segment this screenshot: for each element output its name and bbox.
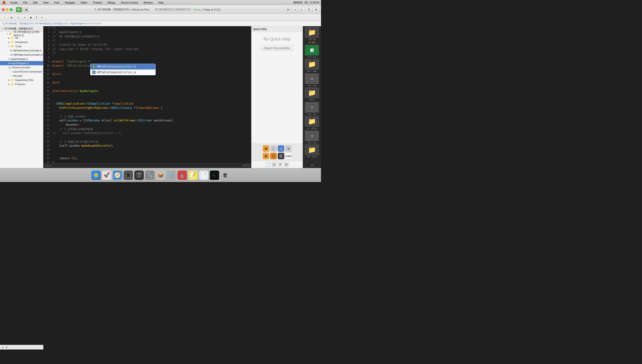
breadcrumb-group[interactable]: 05-3种加载自定义控制器的方式 [35,22,68,25]
menu-debug[interactable]: Debug [107,1,116,4]
devtools-thumb: 📁 [305,27,319,38]
dock-launchpad[interactable]: 🚀 [102,170,111,180]
thumb-item-xlsx[interactable]: 📊 ios1....xlsx [304,45,320,58]
sidebar-item-hmtvc-m[interactable]: m HMTableViewController.m [0,53,43,57]
menu-source-control[interactable]: Source Control [120,1,139,4]
search-documentation-button[interactable]: Search Documentation [261,46,293,50]
dock-textedit[interactable]: 📄 [199,170,208,180]
editor-content[interactable]: 1 // 2 // AppDelegate.m 3 // 05-3种加载自定义控… [43,26,251,163]
layout-btn-3[interactable]: ▷ [299,7,305,12]
list-btn[interactable]: ≡ [40,15,44,20]
apple-menu[interactable]: 🍎 [2,1,6,4]
inspector-icon-label[interactable]: Label [285,153,292,159]
dock-mouse[interactable]: 🖱 [124,170,133,180]
build-status: Ready [193,8,201,11]
menu-product[interactable]: Product [92,1,103,4]
minimize-button[interactable] [6,8,9,11]
run-button[interactable]: ▶ [16,7,22,12]
sidebar-item-code[interactable]: ▼ 📂 Code [0,44,43,48]
code-line-2: 2 // AppDelegate.m [43,30,251,34]
menu-xcode[interactable]: Xcode [9,1,19,4]
sidebar-item-assets[interactable]: 🗂 Assets.xcassets [0,65,43,70]
dock-xmind[interactable]: ✂️ [177,170,187,180]
tools-icon: 🔧 [145,170,155,180]
menu-find[interactable]: Find [53,1,60,4]
breakpoint-btn[interactable]: ◆ [28,15,34,20]
qh-btn-2[interactable]: { } [272,162,277,167]
autocomplete-popup[interactable]: h HMTableViewController.h m HMTableViewC… [90,64,156,75]
inspector-icon-6[interactable]: ⬡ [270,153,277,159]
sidebar-item-hmtvc-h[interactable]: h HMTableViewController.h [0,48,43,53]
thumb-item-folder4[interactable]: 📁 07-…(优化) [304,116,320,130]
title-info: 🔨 05-3种加载…控制器的方式 ▸ iPhone 6s Plus 05-3种加… [31,8,283,11]
inspector-row-2: ⊞ ⬡ ☰ Label [252,153,302,159]
sidebar-item-appdelegate-m[interactable]: m AppDelegate.m [0,61,43,65]
menu-help[interactable]: Help [157,1,165,4]
thumb-item-devtools[interactable]: 📁 开发工具 未…视频 [304,27,320,44]
editor-area: 1 // 2 // AppDelegate.m 3 // 05-3种加载自定义控… [43,26,251,168]
sidebar-item-products[interactable]: ▶ 📁 Products [0,82,43,86]
sidebar-item-launchscreen[interactable]: 📄 LaunchScreen.storyboard [0,70,43,74]
thumb-item-png1[interactable]: 🖼 snip....png [304,74,320,86]
menu-editor[interactable]: Editor [80,1,88,4]
dock-finder[interactable]: 😊 [91,170,101,180]
inspector-icon-5[interactable]: ⊞ [263,153,269,159]
search-btn[interactable]: 🔍 [15,15,21,20]
panel-btn[interactable]: ⊟ [313,7,319,12]
breadcrumb-project[interactable]: 05-3种加载…控制器的方式 [5,22,33,25]
input-method[interactable]: 搜狗拼音 [293,1,303,4]
breadcrumb-file[interactable]: AppDelegate.m [70,22,86,25]
dock-notes[interactable]: 📝 [188,170,198,180]
qh-btn-1[interactable]: 📄 [265,162,271,167]
thumb-item-folder5[interactable]: 📁 KSI....aster [304,144,320,158]
editor-status-bar: Col: 4 UTF-8 [43,163,251,168]
inspector-icon-7[interactable]: ☰ [278,153,284,159]
autocomplete-item-h[interactable]: h HMTableViewController.h [90,64,155,70]
sidebar-item-appdelegate-h[interactable]: h AppDelegate.h [0,57,43,61]
xmind-icon: ✂️ [177,170,187,180]
supporting-icon: 📁 [11,78,14,82]
dock-archive[interactable]: 📦 [156,170,165,180]
dock-terminal[interactable]: >_ [210,170,219,180]
sidebar-main-group[interactable]: ▼ 📂 05-3种加载自定义控制器的方式 [0,32,43,36]
menu-navigate[interactable]: Navigate [64,1,76,4]
code-line-30: 30 [43,148,251,152]
menu-view[interactable]: View [42,1,50,4]
thumb-item-folder3[interactable]: 📁 车分分 [304,88,320,101]
dock-movie[interactable]: 🎬 [134,170,144,180]
info-btn[interactable]: ℹ [35,15,39,20]
autocomplete-item-m[interactable]: m HMTableViewController.m [90,70,155,75]
split-btn[interactable]: ⊡ [306,7,312,12]
warning-btn[interactable]: ⚠ [22,15,27,20]
layout-btn-2[interactable]: ◁ [292,7,298,12]
inspector-icon-1[interactable]: ⊞ [263,145,269,152]
editor-encoding: UTF-8 [243,164,249,167]
inspector-icon-3[interactable]: ◁ [278,145,284,152]
dock-tools[interactable]: 🔧 [145,170,155,180]
thumb-item-folder2[interactable]: 📁 第13…业准 [304,59,320,72]
menu-file[interactable]: File [22,1,28,4]
inspector-icon-2[interactable]: ⬚ [270,145,277,152]
inspector-icon-4[interactable]: ≡ [285,145,292,152]
thumb-item-png2[interactable]: 🖼 snip....png [304,102,320,115]
qh-btn-4[interactable]: ⊡ [284,162,289,167]
menu-edit[interactable]: Edit [32,1,38,4]
dock-trash[interactable]: 🗑 [221,170,230,180]
dock-safari[interactable]: 🧭 [113,170,122,180]
sidebar-item-infoplist[interactable]: 📄 Info.plist [0,74,43,78]
thumb-item-png3[interactable]: 🖼 snip....png [304,130,320,144]
stop-button[interactable]: ■ [24,7,29,12]
dock-sysprefs[interactable]: ⚙️ [167,170,176,180]
close-button[interactable] [2,8,5,11]
sidebar-item-supporting[interactable]: ▶ 📁 Supporting Files [0,78,43,82]
folder-btn[interactable]: 📁 [2,15,8,20]
menu-window[interactable]: Window [143,1,154,4]
layout-btn-1[interactable]: ⊟ [285,7,291,12]
maximize-button[interactable] [10,8,13,11]
sidebar-item-storyboard[interactable]: ▶ 📁 Stroyboard [0,40,43,44]
code-line-4: 4 // [43,39,251,43]
code-line-26: 26 // self.window.rootViewController = ?… [43,132,251,136]
qh-btn-3[interactable]: ⊙ [278,162,283,167]
devtools-label: 开发工具 [308,38,315,41]
grid-btn[interactable]: ⊞ [9,15,14,20]
